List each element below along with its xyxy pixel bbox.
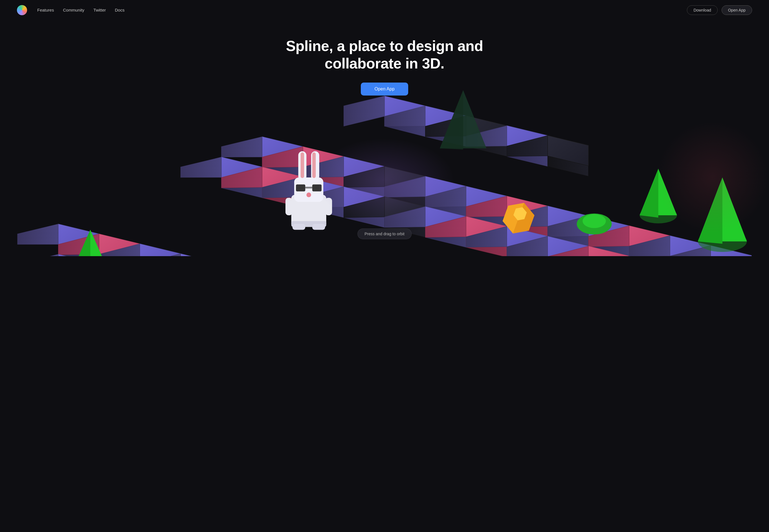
docs-link[interactable]: Docs: [115, 8, 124, 12]
twitter-link[interactable]: Twitter: [93, 8, 106, 12]
svg-rect-149: [312, 224, 325, 230]
logo-icon[interactable]: [17, 5, 27, 15]
open-app-nav-button[interactable]: Open App: [722, 5, 752, 15]
svg-rect-143: [312, 184, 322, 191]
svg-marker-99: [180, 254, 222, 256]
green-cone-right-tall: [698, 177, 747, 252]
svg-point-145: [306, 192, 311, 197]
nav-item-twitter[interactable]: Twitter: [93, 8, 106, 13]
nav-links: Features Community Twitter Docs: [37, 8, 124, 13]
svg-marker-110: [17, 254, 58, 256]
nav-item-community[interactable]: Community: [63, 8, 84, 13]
open-app-hero-button[interactable]: Open App: [361, 83, 408, 96]
svg-marker-165: [698, 177, 722, 243]
nav-left: Features Community Twitter Docs: [17, 5, 124, 15]
svg-rect-146: [286, 198, 293, 215]
svg-marker-2: [344, 96, 384, 126]
svg-marker-96: [140, 244, 181, 256]
navbar: Features Community Twitter Docs Download…: [0, 0, 769, 20]
svg-rect-148: [293, 224, 305, 230]
nav-item-features[interactable]: Features: [37, 8, 54, 13]
hero-section: Spline, a place to design and collaborat…: [0, 20, 769, 96]
svg-rect-142: [296, 184, 305, 191]
features-link[interactable]: Features: [37, 8, 54, 12]
nav-item-docs[interactable]: Docs: [115, 8, 124, 13]
orbit-hint: Press and drag to orbit: [357, 229, 412, 239]
svg-marker-53: [180, 157, 222, 177]
svg-rect-139: [301, 152, 304, 178]
community-link[interactable]: Community: [63, 8, 84, 12]
nav-right: Download Open App: [687, 5, 752, 15]
svg-marker-17: [222, 137, 262, 157]
scene-container[interactable]: Press and drag to orbit: [0, 87, 769, 256]
green-cone-far-right-top: [640, 169, 677, 223]
svg-rect-141: [312, 152, 316, 178]
svg-rect-144: [305, 187, 312, 188]
download-button[interactable]: Download: [687, 5, 717, 15]
green-mound-right: [577, 213, 612, 234]
svg-marker-92: [17, 224, 58, 244]
svg-rect-147: [325, 198, 332, 215]
hero-headline: Spline, a place to design and collaborat…: [286, 37, 483, 72]
svg-point-154: [583, 214, 606, 228]
svg-marker-157: [640, 169, 659, 217]
